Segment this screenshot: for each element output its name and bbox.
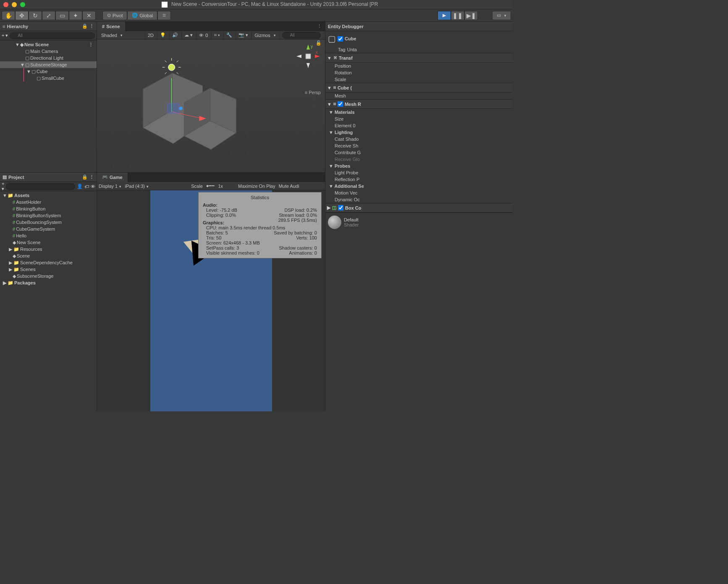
custom-tool-button[interactable]: ✕ [82, 11, 96, 20]
hand-tool-button[interactable]: ✋ [2, 11, 15, 20]
scale-field[interactable]: Scale [325, 76, 513, 83]
scale-slider[interactable]: ●━━ [206, 183, 215, 189]
project-item[interactable]: # BlinkingButton [0, 205, 97, 212]
project-item[interactable]: ◆ Scene [0, 253, 97, 259]
position-field[interactable]: Position [325, 63, 513, 69]
lock-icon[interactable]: 🔒 [82, 24, 88, 29]
pause-button[interactable]: ❚❚ [451, 11, 464, 20]
materials-size[interactable]: Size [325, 116, 513, 122]
hierarchy-item-cube[interactable]: ▼▢ Cube [24, 68, 97, 75]
play-button[interactable]: ▶ [437, 11, 451, 20]
light-probes-field[interactable]: Light Probe [325, 169, 513, 176]
mesh-field[interactable]: Mesh [325, 92, 513, 99]
contribute-gi-field[interactable]: Contribute G [325, 149, 513, 156]
hierarchy-item-camera[interactable]: ▢ Main Camera [0, 48, 97, 55]
rotate-tool-button[interactable]: ↻ [29, 11, 42, 20]
probes-header[interactable]: Probes [335, 163, 350, 168]
create-dropdown[interactable]: + ▾ [2, 33, 8, 38]
project-item[interactable]: ▶📁 Resources [0, 246, 97, 253]
project-item[interactable]: ▶📁 Scenes [0, 266, 97, 273]
project-tree[interactable]: ▼📁 Assets # AssetHolder # BlinkingButton… [0, 191, 97, 411]
project-item[interactable]: # CubeBouncingSystem [0, 219, 97, 226]
lock-icon[interactable]: 🔒 [82, 174, 88, 180]
motion-vec-field[interactable]: Motion Vec [325, 189, 513, 196]
move-tool-button[interactable]: ✥ [15, 11, 29, 20]
lighting-toggle[interactable]: 💡 [157, 32, 168, 39]
project-item[interactable]: # BlinkingButtonSystem [0, 212, 97, 219]
project-item[interactable]: ◆ SubsceneStorage [0, 273, 97, 279]
object-name[interactable]: Cube [345, 36, 356, 41]
create-dropdown[interactable]: + ▾ [2, 181, 4, 192]
projection-label[interactable]: ≡ Persp [305, 90, 321, 95]
mute-toggle[interactable]: Mute Audi [279, 184, 299, 189]
receive-shadows-field[interactable]: Receive Sh [325, 142, 513, 149]
active-checkbox[interactable] [338, 36, 343, 42]
materials-header[interactable]: Materials [335, 110, 355, 115]
material-shader[interactable]: Shader [344, 222, 359, 227]
fx-toggle[interactable]: ☁ ▾ [181, 32, 195, 39]
view-gizmo[interactable]: y x [296, 44, 321, 69]
aspect-dropdown[interactable]: iPad (4:3) [125, 184, 188, 189]
filter-type-icon[interactable]: 👤 [77, 184, 83, 189]
maximize-window-button[interactable] [20, 2, 25, 7]
menu-icon[interactable]: ⋮ [89, 24, 94, 29]
meshrenderer-header[interactable]: Mesh R [345, 102, 361, 107]
audio-toggle[interactable]: 🔊 [169, 32, 181, 39]
dynamic-occ-field[interactable]: Dynamic Oc [325, 196, 513, 203]
additional-header[interactable]: Additional Se [335, 184, 364, 189]
packages-folder[interactable]: ▶📁 Packages [0, 279, 97, 286]
hierarchy-item-subscene[interactable]: ▼▢ SubsceneStorage [0, 61, 97, 68]
filter-label-icon[interactable]: 🏷 [84, 184, 89, 189]
project-item[interactable]: ◆ New Scene [0, 239, 97, 246]
scene-search-input[interactable] [282, 32, 321, 39]
material-name[interactable]: Default [344, 217, 359, 222]
hierarchy-item-light[interactable]: ▢ Directional Light [0, 55, 97, 61]
menu-icon[interactable]: ⋮ [89, 174, 94, 180]
meshfilter-header[interactable]: Cube ( [338, 85, 352, 90]
reflection-probes-field[interactable]: Reflection P [325, 176, 513, 183]
scene-tab[interactable]: # Scene [97, 22, 126, 31]
pivot-button[interactable]: ⊙ Pivot [102, 11, 127, 20]
shading-dropdown[interactable]: Shaded [99, 32, 144, 39]
minimize-window-button[interactable] [12, 2, 17, 7]
grid-toggle[interactable]: ⌗ ▾ [211, 32, 223, 39]
mode-2d-toggle[interactable]: 2D [145, 32, 156, 39]
tag-dropdown[interactable]: Unta [347, 47, 357, 52]
lighting-header[interactable]: Lighting [335, 130, 353, 135]
project-item[interactable]: # CubeGameSystem [0, 226, 97, 232]
step-button[interactable]: ▶❚ [464, 11, 478, 20]
project-item[interactable]: ▶📁 SceneDependencyCache [0, 259, 97, 266]
global-button[interactable]: 🌐 Global [127, 11, 157, 20]
boxcollider-header[interactable]: Box Co [345, 205, 361, 210]
scale-tool-button[interactable]: ⤢ [42, 11, 55, 20]
snap-button[interactable]: ⌗ [157, 11, 171, 20]
materials-el0[interactable]: Element 0 [325, 122, 513, 129]
project-search-input[interactable] [6, 183, 75, 190]
camera-toggle[interactable]: 📷 ▾ [236, 32, 251, 39]
visibility-icon[interactable]: 👁 [91, 184, 95, 189]
scene-viewport[interactable]: y x ≡ Persp 🔓 [97, 39, 325, 172]
hierarchy-tree[interactable]: ▼◆ New Scene⋮ ▢ Main Camera ▢ Directiona… [0, 40, 97, 172]
project-item[interactable]: # Hello [0, 232, 97, 239]
meshrenderer-checkbox[interactable] [338, 101, 343, 107]
game-viewport[interactable]: Statistics Audio: Level: -75.2 dBDSP loa… [97, 190, 325, 411]
inspector-tab[interactable]: Entity Debugger [328, 24, 364, 29]
rotation-field[interactable]: Rotation [325, 69, 513, 76]
gizmos-dropdown[interactable]: Gizmos [251, 32, 278, 39]
hierarchy-search-input[interactable] [10, 32, 95, 39]
hidden-toggle[interactable]: 👁 0 [196, 32, 210, 39]
transform-tool-button[interactable]: ✦ [69, 11, 82, 20]
layout-dropdown[interactable]: ▭ [492, 11, 511, 20]
scene-lock-icon[interactable]: 🔓 [316, 40, 322, 46]
transform-header[interactable]: Transf [339, 55, 353, 61]
scene-root[interactable]: ▼◆ New Scene⋮ [0, 41, 97, 48]
project-item[interactable]: # AssetHolder [0, 199, 97, 205]
tools-toggle[interactable]: 🔧 [223, 32, 235, 39]
display-dropdown[interactable]: Display 1 [99, 184, 121, 189]
rect-tool-button[interactable]: ▭ [55, 11, 69, 20]
assets-folder[interactable]: ▼📁 Assets [0, 192, 97, 199]
hierarchy-item-smallcube[interactable]: ▢ SmallCube [24, 75, 97, 82]
close-window-button[interactable] [3, 2, 8, 7]
boxcollider-checkbox[interactable] [338, 205, 343, 210]
cast-shadows-field[interactable]: Cast Shado [325, 136, 513, 142]
